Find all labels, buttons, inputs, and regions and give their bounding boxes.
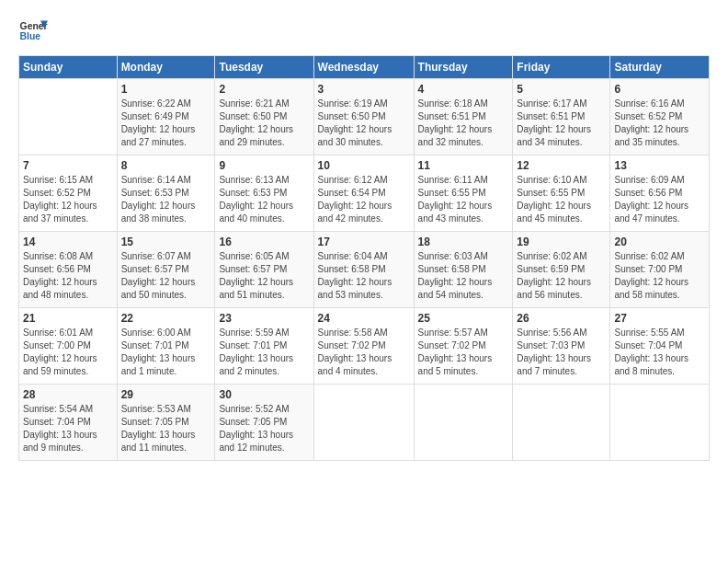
day-number: 6 [614,83,705,96]
calendar-cell: 8Sunrise: 6:14 AM Sunset: 6:53 PM Daylig… [117,155,215,232]
day-info: Sunrise: 6:02 AM Sunset: 6:59 PM Dayligh… [517,250,606,302]
calendar-cell: 4Sunrise: 6:18 AM Sunset: 6:51 PM Daylig… [414,79,513,155]
day-info: Sunrise: 6:11 AM Sunset: 6:55 PM Dayligh… [418,174,509,225]
day-number: 17 [318,236,410,248]
calendar-cell: 6Sunrise: 6:16 AM Sunset: 6:52 PM Daylig… [610,79,710,155]
day-number: 7 [23,159,113,172]
calendar-cell: 11Sunrise: 6:11 AM Sunset: 6:55 PM Dayli… [414,155,513,232]
calendar-week-3: 14Sunrise: 6:08 AM Sunset: 6:56 PM Dayli… [19,232,710,308]
calendar-cell: 9Sunrise: 6:13 AM Sunset: 6:53 PM Daylig… [215,155,313,232]
calendar-cell [513,385,610,461]
day-info: Sunrise: 6:08 AM Sunset: 6:56 PM Dayligh… [23,250,113,302]
calendar-cell: 29Sunrise: 5:53 AM Sunset: 7:05 PM Dayli… [117,385,215,461]
calendar-cell: 23Sunrise: 5:59 AM Sunset: 7:01 PM Dayli… [215,308,313,385]
day-number: 30 [219,388,309,401]
day-number: 11 [418,159,509,172]
day-number: 23 [219,312,309,325]
weekday-sunday: Sunday [19,56,118,79]
day-info: Sunrise: 6:00 AM Sunset: 7:01 PM Dayligh… [121,327,211,378]
calendar-cell [414,385,513,461]
day-info: Sunrise: 6:22 AM Sunset: 6:49 PM Dayligh… [121,98,211,149]
day-number: 5 [517,83,606,96]
calendar-cell: 12Sunrise: 6:10 AM Sunset: 6:55 PM Dayli… [513,155,610,232]
day-info: Sunrise: 6:07 AM Sunset: 6:57 PM Dayligh… [121,250,211,302]
day-number: 3 [318,83,410,96]
day-number: 18 [418,236,509,248]
calendar-cell: 14Sunrise: 6:08 AM Sunset: 6:56 PM Dayli… [19,232,118,308]
calendar-cell: 2Sunrise: 6:21 AM Sunset: 6:50 PM Daylig… [215,79,313,155]
calendar-cell: 5Sunrise: 6:17 AM Sunset: 6:51 PM Daylig… [513,79,610,155]
calendar-cell: 26Sunrise: 5:56 AM Sunset: 7:03 PM Dayli… [513,308,610,385]
calendar-cell: 15Sunrise: 6:07 AM Sunset: 6:57 PM Dayli… [117,232,215,308]
day-number: 19 [517,236,606,248]
day-number: 2 [219,83,309,96]
calendar-week-5: 28Sunrise: 5:54 AM Sunset: 7:04 PM Dayli… [19,385,710,461]
day-number: 16 [219,236,309,248]
day-info: Sunrise: 6:05 AM Sunset: 6:57 PM Dayligh… [219,250,309,302]
header: General Blue [18,15,710,44]
day-number: 4 [418,83,509,96]
day-info: Sunrise: 5:55 AM Sunset: 7:04 PM Dayligh… [614,327,705,378]
calendar-cell: 7Sunrise: 6:15 AM Sunset: 6:52 PM Daylig… [19,155,118,232]
day-number: 25 [418,312,509,325]
weekday-friday: Friday [513,56,610,79]
calendar-week-1: 1Sunrise: 6:22 AM Sunset: 6:49 PM Daylig… [19,79,710,155]
calendar-cell: 24Sunrise: 5:58 AM Sunset: 7:02 PM Dayli… [313,308,414,385]
day-info: Sunrise: 5:58 AM Sunset: 7:02 PM Dayligh… [318,327,410,378]
main-container: General Blue SundayMondayTuesdayWednesda… [0,0,728,470]
svg-text:Blue: Blue [20,31,41,41]
day-info: Sunrise: 6:14 AM Sunset: 6:53 PM Dayligh… [121,174,211,225]
weekday-tuesday: Tuesday [215,56,313,79]
day-info: Sunrise: 6:21 AM Sunset: 6:50 PM Dayligh… [219,98,309,149]
calendar-cell: 30Sunrise: 5:52 AM Sunset: 7:05 PM Dayli… [215,385,313,461]
day-number: 14 [23,236,113,248]
calendar-week-2: 7Sunrise: 6:15 AM Sunset: 6:52 PM Daylig… [19,155,710,232]
day-info: Sunrise: 6:02 AM Sunset: 7:00 PM Dayligh… [614,250,705,302]
day-number: 22 [121,312,211,325]
day-number: 15 [121,236,211,248]
day-info: Sunrise: 6:17 AM Sunset: 6:51 PM Dayligh… [517,98,606,149]
calendar-cell: 19Sunrise: 6:02 AM Sunset: 6:59 PM Dayli… [513,232,610,308]
day-number: 12 [517,159,606,172]
day-number: 21 [23,312,113,325]
weekday-wednesday: Wednesday [313,56,414,79]
calendar-cell: 17Sunrise: 6:04 AM Sunset: 6:58 PM Dayli… [313,232,414,308]
day-info: Sunrise: 6:01 AM Sunset: 7:00 PM Dayligh… [23,327,113,378]
day-number: 24 [318,312,410,325]
day-info: Sunrise: 6:18 AM Sunset: 6:51 PM Dayligh… [418,98,509,149]
calendar-cell [610,385,710,461]
calendar-cell: 28Sunrise: 5:54 AM Sunset: 7:04 PM Dayli… [19,385,118,461]
day-number: 28 [23,388,113,401]
calendar-body: 1Sunrise: 6:22 AM Sunset: 6:49 PM Daylig… [19,79,710,461]
day-number: 9 [219,159,309,172]
calendar-cell: 27Sunrise: 5:55 AM Sunset: 7:04 PM Dayli… [610,308,710,385]
calendar-cell: 20Sunrise: 6:02 AM Sunset: 7:00 PM Dayli… [610,232,710,308]
calendar-cell: 10Sunrise: 6:12 AM Sunset: 6:54 PM Dayli… [313,155,414,232]
day-number: 27 [614,312,705,325]
calendar-cell: 21Sunrise: 6:01 AM Sunset: 7:00 PM Dayli… [19,308,118,385]
day-info: Sunrise: 5:59 AM Sunset: 7:01 PM Dayligh… [219,327,309,378]
calendar-cell: 22Sunrise: 6:00 AM Sunset: 7:01 PM Dayli… [117,308,215,385]
calendar-cell: 13Sunrise: 6:09 AM Sunset: 6:56 PM Dayli… [610,155,710,232]
day-info: Sunrise: 6:12 AM Sunset: 6:54 PM Dayligh… [318,174,410,225]
day-info: Sunrise: 6:19 AM Sunset: 6:50 PM Dayligh… [318,98,410,149]
calendar-cell: 25Sunrise: 5:57 AM Sunset: 7:02 PM Dayli… [414,308,513,385]
weekday-monday: Monday [117,56,215,79]
day-info: Sunrise: 5:54 AM Sunset: 7:04 PM Dayligh… [23,403,113,454]
weekday-header-row: SundayMondayTuesdayWednesdayThursdayFrid… [19,56,710,79]
day-number: 10 [318,159,410,172]
day-info: Sunrise: 5:53 AM Sunset: 7:05 PM Dayligh… [121,403,211,454]
day-info: Sunrise: 6:04 AM Sunset: 6:58 PM Dayligh… [318,250,410,302]
day-number: 13 [614,159,705,172]
weekday-saturday: Saturday [610,56,710,79]
day-number: 26 [517,312,606,325]
calendar-cell: 16Sunrise: 6:05 AM Sunset: 6:57 PM Dayli… [215,232,313,308]
calendar-cell [19,79,118,155]
day-number: 29 [121,388,211,401]
day-info: Sunrise: 5:57 AM Sunset: 7:02 PM Dayligh… [418,327,509,378]
calendar-week-4: 21Sunrise: 6:01 AM Sunset: 7:00 PM Dayli… [19,308,710,385]
calendar-cell: 18Sunrise: 6:03 AM Sunset: 6:58 PM Dayli… [414,232,513,308]
logo: General Blue [18,15,48,44]
calendar-table: SundayMondayTuesdayWednesdayThursdayFrid… [18,55,710,461]
day-number: 8 [121,159,211,172]
